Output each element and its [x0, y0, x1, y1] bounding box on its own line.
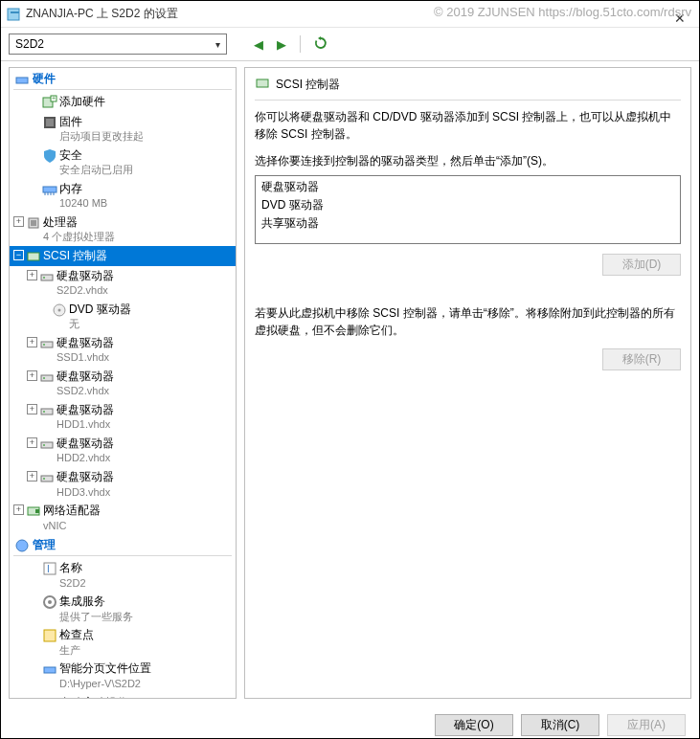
tree-cpu[interactable]: + 处理器4 个虚拟处理器: [10, 213, 236, 246]
tree-nic[interactable]: + 网络适配器vNIC: [10, 501, 236, 534]
name-icon: I: [42, 561, 57, 576]
svg-rect-37: [44, 630, 56, 641]
expand-icon[interactable]: +: [27, 437, 37, 448]
hdd-icon: [39, 336, 55, 351]
remove-button[interactable]: 移除(R): [602, 348, 681, 370]
section-hardware: 硬件: [10, 68, 236, 89]
hdd-icon: [39, 269, 55, 284]
tree-hdd-s2d2[interactable]: + 硬盘驱动器S2D2.vhdx: [10, 266, 236, 300]
separator: [300, 35, 301, 53]
hdd-icon: [39, 370, 55, 385]
collapse-icon[interactable]: −: [13, 250, 24, 260]
svg-point-19: [58, 309, 61, 312]
drive-type-list[interactable]: 硬盘驱动器 DVD 驱动器 共享驱动器: [255, 175, 681, 244]
tree-mgmt-autostart[interactable]: 自动启动操作如果以前运行过，则重新启动: [10, 693, 236, 700]
hardware-icon: [15, 73, 29, 86]
svg-rect-14: [31, 220, 36, 226]
list-item[interactable]: DVD 驱动器: [258, 196, 678, 214]
tree-firmware[interactable]: 固件启动项目更改挂起: [10, 112, 236, 146]
svg-point-21: [43, 344, 45, 346]
detail-desc1: 你可以将硬盘驱动器和 CD/DVD 驱动器添加到 SCSI 控制器上，也可以从虚…: [255, 108, 681, 143]
svg-rect-7: [46, 119, 54, 126]
svg-text:I: I: [47, 564, 50, 574]
detail-desc2: 选择你要连接到控制器的驱动器类型，然后单击“添加”(S)。: [255, 152, 681, 169]
expand-icon[interactable]: +: [27, 337, 37, 347]
ok-button[interactable]: 确定(O): [435, 714, 513, 736]
hdd-icon: [39, 470, 55, 485]
tree-mgmt-services[interactable]: 集成服务提供了一些服务: [10, 592, 236, 625]
refresh-button[interactable]: [310, 36, 331, 53]
tree-mgmt-pagefile[interactable]: 智能分页文件位置D:\Hyper-V\S2D2: [10, 659, 236, 692]
tree-hdd-hdd1[interactable]: + 硬盘驱动器HDD1.vhdx: [10, 400, 236, 434]
expand-icon[interactable]: +: [27, 404, 37, 414]
tree-add-hardware[interactable]: + 添加硬件: [10, 92, 236, 112]
pagefile-icon: [42, 661, 57, 677]
tree-hdd-ssd2[interactable]: + 硬盘驱动器SSD2.vhdx: [10, 367, 236, 400]
list-item[interactable]: 共享驱动器: [258, 214, 678, 233]
detail-title: SCSI 控制器: [276, 77, 340, 93]
vm-selector-value: S2D2: [15, 37, 44, 51]
expand-icon[interactable]: +: [27, 270, 37, 280]
svg-rect-15: [28, 253, 39, 260]
svg-point-17: [43, 277, 45, 279]
hdd-icon: [39, 437, 55, 452]
tree-hdd-hdd2[interactable]: + 硬盘驱动器HDD2.vhdx: [10, 434, 236, 467]
svg-rect-16: [41, 275, 53, 280]
services-icon: [42, 594, 57, 610]
svg-rect-41: [257, 79, 268, 87]
cpu-icon: [26, 215, 41, 231]
nic-icon: [26, 504, 41, 519]
tree-mgmt-checkpoint[interactable]: 检查点生产: [10, 625, 236, 659]
tree-memory[interactable]: 内存10240 MB: [10, 179, 236, 213]
tree-hdd-hdd3[interactable]: + 硬盘驱动器HDD3.vhdx: [10, 467, 236, 501]
svg-point-27: [43, 444, 45, 446]
memory-icon: [42, 182, 57, 197]
checkpoint-icon: [42, 628, 57, 643]
settings-tree[interactable]: 硬件 + 添加硬件 固件启动项目更改挂起 安全安全启动已启用 内存10240 M…: [9, 67, 237, 699]
tree-dvd[interactable]: DVD 驱动器无: [10, 300, 236, 333]
svg-rect-20: [41, 342, 53, 347]
svg-rect-26: [41, 442, 53, 448]
detail-pane: SCSI 控制器 你可以将硬盘驱动器和 CD/DVD 驱动器添加到 SCSI 控…: [244, 67, 691, 699]
svg-rect-33: [44, 563, 56, 574]
vm-selector[interactable]: S2D2 ▾: [9, 34, 227, 55]
svg-point-32: [16, 540, 28, 551]
tree-hdd-ssd1[interactable]: + 硬盘驱动器SSD1.vhdx: [10, 333, 236, 367]
scsi-icon: [255, 76, 270, 94]
nav-next-button[interactable]: ▶: [273, 37, 290, 52]
tree-security[interactable]: 安全安全启动已启用: [10, 146, 236, 179]
nav-prev-button[interactable]: ◀: [250, 37, 267, 52]
tree-mgmt-name[interactable]: I 名称S2D2: [10, 558, 236, 592]
tree-scsi-controller[interactable]: − SCSI 控制器: [10, 246, 236, 266]
add-hardware-icon: +: [42, 95, 57, 110]
svg-marker-39: [46, 699, 55, 700]
apply-button[interactable]: 应用(A): [607, 714, 686, 736]
shield-icon: [42, 148, 57, 164]
dialog-footer: 确定(O) 取消(C) 应用(A): [1, 705, 699, 739]
section-management: 管理: [10, 534, 236, 555]
svg-rect-28: [41, 476, 53, 481]
expand-icon[interactable]: +: [27, 471, 37, 481]
settings-icon: [7, 7, 22, 22]
autostart-icon: [42, 696, 57, 700]
close-icon[interactable]: ✕: [674, 11, 686, 26]
expand-icon[interactable]: +: [27, 370, 37, 381]
expand-icon[interactable]: +: [13, 504, 24, 515]
svg-point-29: [43, 478, 45, 480]
svg-rect-0: [8, 9, 19, 20]
add-button[interactable]: 添加(D): [602, 254, 681, 276]
window-title: ZNANJIA-PC 上 S2D2 的设置: [26, 6, 178, 22]
svg-rect-8: [43, 187, 56, 192]
svg-rect-31: [35, 509, 39, 513]
dvd-icon: [52, 302, 67, 318]
cancel-button[interactable]: 取消(C): [521, 714, 599, 736]
svg-rect-1: [11, 11, 19, 13]
list-item[interactable]: 硬盘驱动器: [258, 178, 678, 196]
titlebar: ZNANJIA-PC 上 S2D2 的设置: [1, 1, 699, 28]
svg-rect-2: [16, 78, 28, 83]
svg-rect-24: [41, 409, 53, 414]
expand-icon[interactable]: +: [13, 216, 24, 227]
svg-point-23: [43, 377, 45, 379]
chevron-down-icon: ▾: [215, 39, 220, 50]
toolbar: S2D2 ▾ ◀ ▶: [1, 28, 699, 61]
